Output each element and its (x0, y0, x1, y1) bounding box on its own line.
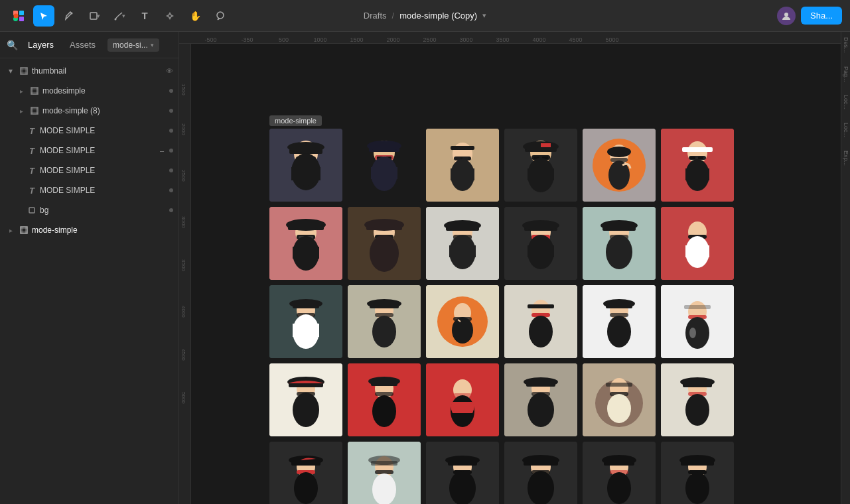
layers-tree[interactable]: ▾ thumbnail 👁 ▸ (0, 58, 178, 504)
right-panel-page[interactable]: Pag... (843, 66, 849, 82)
tab-assets[interactable]: Assets (63, 37, 102, 52)
mode-tab[interactable]: mode-si... ▾ (107, 38, 159, 52)
svg-point-183 (368, 456, 400, 465)
layer-dot (169, 109, 173, 113)
svg-point-177 (289, 456, 323, 465)
image-cell-28[interactable] (504, 442, 577, 504)
layer-item-bg[interactable]: bg (0, 200, 178, 220)
svg-rect-93 (528, 245, 554, 257)
svg-point-115 (367, 299, 401, 308)
toolbar: ▾ ▾ T ✋ Drafts / m (0, 0, 850, 32)
image-cell-8[interactable] (348, 207, 421, 280)
image-cell-25[interactable] (269, 442, 342, 504)
search-icon[interactable]: 🔍 (5, 38, 19, 52)
image-cell-21[interactable] (426, 363, 499, 436)
hand-tool-btn[interactable]: ✋ (184, 5, 206, 27)
canvas-content[interactable]: mode-simple (191, 44, 841, 504)
layer-dot (169, 168, 173, 172)
layer-item-mode-simple-root[interactable]: ▸ mode-simple (0, 220, 178, 240)
image-cell-29[interactable] (583, 442, 656, 504)
image-cell-7[interactable] (269, 207, 342, 280)
pen-tool-btn[interactable] (58, 5, 80, 27)
image-cell-26[interactable] (348, 442, 421, 504)
breadcrumb-drafts[interactable]: Drafts (364, 11, 387, 21)
layer-dot (169, 149, 173, 153)
svg-rect-3 (19, 17, 24, 21)
image-cell-15[interactable] (426, 285, 499, 358)
image-cell-27[interactable] (426, 442, 499, 504)
svg-point-68 (286, 219, 326, 231)
ruler-mark: 4000 (521, 36, 557, 43)
layer-item-text-1[interactable]: T MODE SIMPLE (0, 121, 178, 141)
svg-point-171 (680, 377, 715, 387)
svg-rect-32 (371, 167, 397, 179)
component-tool-btn[interactable] (159, 5, 180, 27)
text-tool-btn[interactable]: T (134, 5, 155, 27)
right-panel-export[interactable]: Exp... (843, 151, 849, 166)
figma-menu-btn[interactable] (8, 5, 29, 27)
breadcrumb-separator: / (392, 11, 395, 21)
image-cell-30[interactable] (661, 442, 734, 504)
layer-label: thumbnail (32, 66, 163, 76)
tab-layers[interactable]: Layers (21, 37, 60, 52)
layer-item-text-2[interactable]: T MODE SIMPLE – (0, 141, 178, 160)
ruler-v-mark-5000: 5000 (180, 392, 186, 404)
image-cell-5[interactable] (583, 129, 656, 202)
layer-expand-icon: ▸ (16, 105, 27, 116)
layer-dot (169, 129, 173, 133)
image-cell-11[interactable] (583, 207, 656, 280)
layer-item-text-4[interactable]: T MODE SIMPLE (0, 180, 178, 200)
select-tool-btn[interactable] (33, 5, 54, 27)
image-cell-18[interactable] (661, 285, 734, 358)
file-name[interactable]: mode-simple (Copy) (399, 11, 477, 21)
image-cell-10[interactable] (504, 207, 577, 280)
svg-rect-23 (291, 167, 320, 180)
svg-rect-111 (293, 324, 319, 337)
right-panel: Des... Pag... Loc... Loc... Exp... (841, 32, 850, 504)
image-cell-13[interactable] (269, 285, 342, 358)
image-cell-12[interactable] (661, 207, 734, 280)
pencil-tool-btn[interactable]: ▾ (109, 5, 130, 27)
image-cell-1[interactable] (269, 129, 342, 202)
layer-item-text-3[interactable]: T MODE SIMPLE (0, 160, 178, 180)
image-cell-24[interactable] (661, 363, 734, 436)
layer-eye-icon[interactable]: 👁 (166, 67, 173, 75)
image-cell-20[interactable] (348, 363, 421, 436)
image-cell-2[interactable] (348, 129, 421, 202)
image-cell-19[interactable] (269, 363, 342, 436)
svg-rect-6 (90, 13, 97, 19)
image-cell-4[interactable] (504, 129, 577, 202)
ruler-mark: -350 (229, 36, 265, 43)
svg-point-191 (449, 471, 476, 504)
shape-tool-btn[interactable]: ▾ (84, 5, 105, 27)
image-cell-9[interactable] (426, 207, 499, 280)
image-cell-16[interactable] (504, 285, 577, 358)
file-name-chevron[interactable]: ▾ (482, 11, 486, 20)
image-cell-14[interactable] (348, 285, 421, 358)
layer-item-thumbnail[interactable]: ▾ thumbnail 👁 (0, 61, 178, 81)
image-cell-22[interactable] (504, 363, 577, 436)
share-button[interactable]: Sha... (801, 7, 842, 25)
layer-rect-icon (27, 205, 37, 216)
svg-rect-73 (293, 247, 319, 259)
layer-item-mode-simple-8[interactable]: ▸ mode-simple (8) (0, 101, 178, 121)
svg-point-8 (217, 12, 224, 19)
svg-point-139 (689, 328, 696, 338)
canvas-area[interactable]: -500 -350 500 1000 1500 2000 2500 3000 3… (179, 32, 841, 504)
image-cell-6[interactable] (661, 129, 734, 202)
svg-point-159 (524, 377, 558, 387)
layer-label: mode-simple (32, 225, 173, 235)
right-panel-lock1[interactable]: Loc... (843, 95, 849, 109)
layer-item-modesimple[interactable]: ▸ modesimple (0, 81, 178, 101)
ruler-mark: 1500 (338, 36, 375, 43)
ruler-mark: 3500 (484, 36, 521, 43)
image-cell-3[interactable] (426, 129, 499, 202)
svg-rect-11 (31, 88, 38, 94)
image-cell-23[interactable] (583, 363, 656, 436)
layer-text-icon: T (27, 165, 37, 176)
right-panel-design[interactable]: Des... (843, 37, 849, 53)
right-panel-lock2[interactable]: Loc... (843, 123, 849, 137)
image-cell-17[interactable] (583, 285, 656, 358)
comment-tool-btn[interactable] (210, 5, 231, 27)
left-panel: 🔍 Layers Assets mode-si... ▾ ▾ thumbnail (0, 32, 179, 504)
